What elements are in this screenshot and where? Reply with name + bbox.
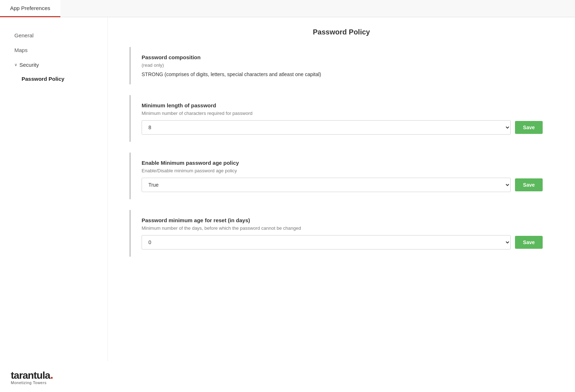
form-row-min-age-policy: True False Save <box>142 178 543 192</box>
main-layout: General Maps ∨ Security Password Policy … <box>0 17 575 389</box>
logo-container: tarantula . <box>11 368 97 381</box>
logo-sub: Monetizing Towers <box>11 381 97 385</box>
sidebar: General Maps ∨ Security Password Policy <box>0 17 108 389</box>
app-preferences-tab[interactable]: App Preferences <box>0 0 60 17</box>
form-row-min-length: 6 7 8 9 10 12 16 Save <box>142 120 543 135</box>
app-header: App Preferences <box>0 0 575 17</box>
sidebar-subitem-password-policy[interactable]: Password Policy <box>0 72 107 85</box>
section-title-min-age-policy: Enable Minimum password age policy <box>142 160 543 166</box>
content-area: Password Policy Password composition (re… <box>108 17 575 389</box>
select-min-age-days[interactable]: 0 1 7 14 30 <box>142 235 511 249</box>
sidebar-item-label-maps: Maps <box>14 47 28 53</box>
logo-dot: . <box>50 368 53 381</box>
form-row-min-age-days: 0 1 7 14 30 Save <box>142 235 543 249</box>
section-subtitle-password-composition: (read only) <box>142 62 543 68</box>
section-title-min-length: Minimum length of password <box>142 102 543 108</box>
page-title: Password Policy <box>129 28 553 36</box>
sidebar-item-maps[interactable]: Maps <box>0 43 107 57</box>
section-title-min-age-days: Password minimum age for reset (in days) <box>142 217 543 223</box>
section-subtitle-min-age-days: Minimum number of the days, before which… <box>142 225 543 231</box>
section-subtitle-min-length: Minimum number of characters required fo… <box>142 111 543 116</box>
save-button-min-age-policy[interactable]: Save <box>515 178 543 191</box>
section-subtitle-min-age-policy: Enable/Disable minimum password age poli… <box>142 168 543 173</box>
section-min-length: Minimum length of password Minimum numbe… <box>129 95 553 142</box>
save-button-min-age-days[interactable]: Save <box>515 236 543 249</box>
chevron-down-icon: ∨ <box>14 62 17 67</box>
select-min-length[interactable]: 6 7 8 9 10 12 16 <box>142 120 511 135</box>
section-min-age-days: Password minimum age for reset (in days)… <box>129 210 553 257</box>
logo-text: tarantula <box>11 370 50 381</box>
select-min-age-policy[interactable]: True False <box>142 178 511 192</box>
sidebar-item-general[interactable]: General <box>0 28 107 43</box>
section-min-age-policy: Enable Minimum password age policy Enabl… <box>129 153 553 199</box>
sidebar-item-security[interactable]: ∨ Security <box>0 57 107 72</box>
section-value-password-composition: STRONG (comprises of digits, letters, sp… <box>142 71 543 77</box>
sidebar-item-label-general: General <box>14 32 33 38</box>
sidebar-item-label-security: Security <box>19 62 39 68</box>
save-button-min-length[interactable]: Save <box>515 121 543 134</box>
section-password-composition: Password composition (read only) STRONG … <box>129 47 553 84</box>
section-title-password-composition: Password composition <box>142 54 543 60</box>
footer-logo: tarantula . Monetizing Towers <box>0 361 108 389</box>
